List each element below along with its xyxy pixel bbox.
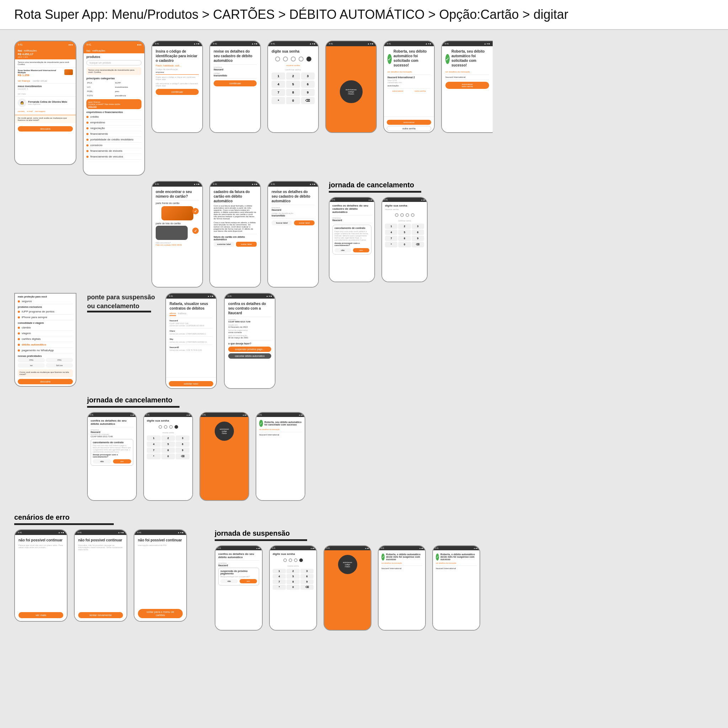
cpw2-5[interactable]: 5 xyxy=(161,442,175,447)
sk-5[interactable]: 5 xyxy=(286,574,300,579)
menu-iphone[interactable]: iPhone para sempre xyxy=(18,315,73,320)
sk-4[interactable]: 4 xyxy=(273,574,286,579)
menu-cambio[interactable]: câmbio xyxy=(18,325,73,330)
cat-scpp[interactable]: SCPP xyxy=(115,81,142,85)
error3-btn[interactable]: voltar para o menu de cartões xyxy=(138,609,183,618)
ck-0[interactable]: 0 xyxy=(398,242,411,248)
key-0[interactable]: 0 xyxy=(286,97,300,104)
cat-investimentos[interactable]: investimentos xyxy=(115,85,142,89)
suspender-pagto-btn[interactable]: suspender próximo pago... xyxy=(228,347,271,352)
review-details-phone[interactable]: 9:41 ▲ ● ■ revise os detalhes do seu cad… xyxy=(210,41,261,133)
password-phone[interactable]: 9:41 ▲ ● ■ digite sua senha mostrar senh… xyxy=(267,41,319,133)
key-5[interactable]: 5 xyxy=(286,81,300,88)
key-9[interactable]: 9 xyxy=(301,89,315,96)
key-6[interactable]: 6 xyxy=(301,81,315,88)
key-del[interactable]: ⌫ xyxy=(301,97,315,104)
cd2-nao-btn[interactable]: não xyxy=(93,459,111,463)
ver-detalhes-link[interactable]: ver detalhes da transação xyxy=(387,71,430,73)
cpw2-0[interactable]: 0 xyxy=(161,454,175,459)
suspend-success-phone-2[interactable]: 9:41▲●■ ✓ Roberta, o débito automático d… xyxy=(432,545,480,631)
success-phone-1[interactable]: 9:41 ▲ ● ■ ✓ Roberta, seu débito automát… xyxy=(383,41,435,133)
menu-credito[interactable]: crédito xyxy=(86,114,141,120)
cpw2-star[interactable]: * xyxy=(147,454,161,459)
cd2-sim-btn[interactable]: sim xyxy=(113,459,132,463)
insert-code-phone[interactable]: 9:41 ▲ ● ■ Insira o código de identifica… xyxy=(151,41,203,133)
cpw2-6[interactable]: 6 xyxy=(176,442,190,447)
email-btn[interactable]: e-mail xyxy=(27,110,33,112)
sustentar-btn[interactable]: sustentar label xyxy=(214,242,234,247)
key-7[interactable]: 7 xyxy=(272,89,285,96)
sustar-btn[interactable]: sustar label xyxy=(236,242,257,247)
menu-consorcio[interactable]: consórcio xyxy=(86,142,141,148)
menu-financ-veiculos[interactable]: financiamento de veículos xyxy=(86,154,141,160)
rc-confirm-btn[interactable]: sustar label xyxy=(294,220,315,225)
message-btn[interactable]: mensagem xyxy=(35,110,46,112)
rc-cancel-btn[interactable]: buscar label xyxy=(272,220,292,225)
cpw2-8[interactable]: 8 xyxy=(161,448,175,453)
discover-btn-2[interactable]: descubra xyxy=(18,379,73,384)
see-more-link[interactable]: ver mais xyxy=(15,91,76,97)
card-debit-phone[interactable]: 9:41 ▲ ● ■ cadastro da fatura do cartão … xyxy=(210,181,261,288)
sk-del[interactable]: ⌫ xyxy=(300,585,314,590)
search-box[interactable]: busque um produto xyxy=(86,60,141,66)
menu-debito-auto[interactable]: débito automático xyxy=(18,342,73,348)
key-3[interactable]: 3 xyxy=(301,72,315,80)
cancel-success-phone-2[interactable]: 9:41▲●■ ✓ Roberta, seu débito automático… xyxy=(255,412,305,501)
sk-6[interactable]: 6 xyxy=(300,574,314,579)
cancel-password-phone[interactable]: 9:41▲●■ digite sua senha mostrar senha xyxy=(381,197,428,282)
saiba-mais-link[interactable]: saiba mais xyxy=(88,105,140,107)
find-card-phone[interactable]: 9:41 ▲ ● ■ onde encontrar o seu número d… xyxy=(151,181,203,288)
sk-2[interactable]: 2 xyxy=(286,569,300,574)
sk-star[interactable]: * xyxy=(273,585,286,590)
suspend-itoken-phone[interactable]: 9:41▲●■ autorizacaocodigoiToken xyxy=(323,545,372,631)
cs2-detalhes[interactable]: ver detalhes da transação xyxy=(259,428,302,430)
show-password-link[interactable]: mostrar senha xyxy=(272,64,315,66)
open-finance-banner[interactable]: open finance Começar a investir? Veja no… xyxy=(86,99,141,109)
prat-1[interactable]: ITPG xyxy=(18,358,45,362)
error2-btn[interactable]: tentar novamente xyxy=(78,612,123,618)
ck-1[interactable]: 1 xyxy=(385,223,398,229)
error-phone-3[interactable]: 9:41▲ ● ■ não foi possível continuar int… xyxy=(134,529,187,622)
error-phone-2[interactable]: 9:41▲ ● ■ não foi possível continuar Des… xyxy=(74,529,127,622)
ck-9[interactable]: 9 xyxy=(411,236,424,241)
sus-nao-btn[interactable]: não xyxy=(220,579,238,583)
sk-0[interactable]: 0 xyxy=(286,585,300,590)
key-star[interactable]: * xyxy=(272,97,285,104)
ck-5[interactable]: 5 xyxy=(398,229,411,235)
finance-tab[interactable]: ver finança xyxy=(18,80,30,82)
fale-contato-link[interactable]: Fale em contato 0300 0000 xyxy=(156,244,199,246)
ck-4[interactable]: 4 xyxy=(385,229,398,235)
home-phone[interactable]: 9:41 ●●● itaú notificações R$ 4.853,17 p… xyxy=(14,41,76,165)
menu-negociacao[interactable]: negociação xyxy=(86,125,141,131)
menu-cartoes-digitais[interactable]: cartões digitais xyxy=(18,336,73,342)
cat-lci[interactable]: LCI xyxy=(86,85,114,89)
sus-sim-btn[interactable]: sim xyxy=(240,579,257,583)
sk-1[interactable]: 1 xyxy=(273,569,286,574)
cancel-itoken-phone-2[interactable]: 9:41▲●■ autorizacaocodigoiToken xyxy=(199,412,249,501)
products-phone[interactable]: 9:41 ●●● itaú notificações produtos busq… xyxy=(83,41,145,176)
sk-9[interactable]: 9 xyxy=(300,580,314,584)
solicitar-novo-btn[interactable]: solicitar novo xyxy=(169,381,213,386)
cat-previdencia[interactable]: previdência xyxy=(115,94,142,97)
contracts-phone[interactable]: 9:41▲ ● ■ Rafaela, visualize seus contra… xyxy=(165,293,217,389)
claro-contract[interactable]: Claro xyxy=(170,330,213,332)
outra-senha-btn[interactable]: outra senha xyxy=(410,90,430,92)
confirm-btn[interactable]: continuar xyxy=(214,80,257,86)
key-2[interactable]: 2 xyxy=(286,72,300,80)
menu-emprestimo[interactable]: empréstimo xyxy=(86,120,141,125)
cpw2-4[interactable]: 4 xyxy=(147,442,161,447)
menu-financiamento[interactable]: financiamento xyxy=(86,131,141,137)
continue-btn[interactable]: continuar xyxy=(156,89,199,95)
review-cancel-phone[interactable]: 9:41 ▲ ● ■ revise os detalhes do seu cad… xyxy=(267,181,319,288)
cat-ipca[interactable]: IPCA xyxy=(86,81,114,85)
menu-viagem[interactable]: viagem xyxy=(18,330,73,336)
cpw2-del[interactable]: ⌫ xyxy=(176,454,190,459)
suspend-success-phone-1[interactable]: 9:41▲●■ ✓ Roberta, o débito automático d… xyxy=(378,545,426,631)
key-8[interactable]: 8 xyxy=(286,89,300,96)
ativos-tab[interactable]: ativos xyxy=(170,312,176,316)
cat-prev[interactable]: prev. xyxy=(115,90,142,93)
menu-pagamento-wp[interactable]: pagamento no WhatsApp xyxy=(18,348,73,353)
error1-btn[interactable]: ver mais xyxy=(18,612,63,618)
sk-8[interactable]: 8 xyxy=(286,580,300,584)
itaucard-contract[interactable]: Itaucard xyxy=(170,320,213,322)
